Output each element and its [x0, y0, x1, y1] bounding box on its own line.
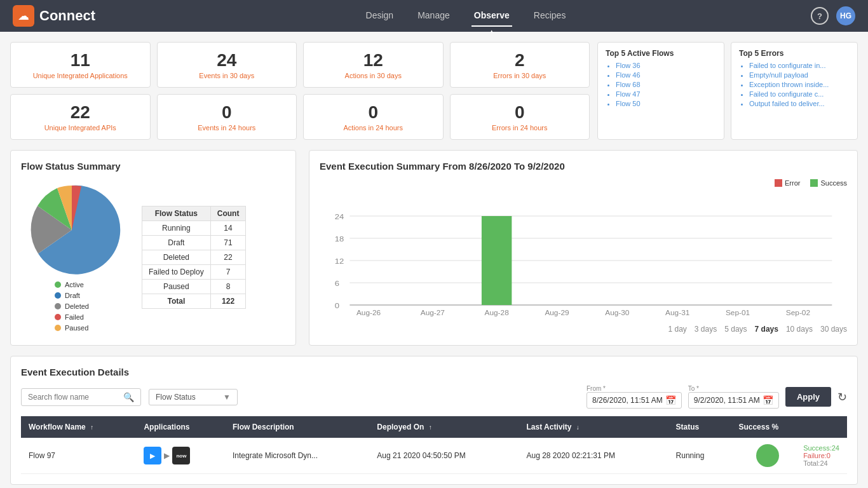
table-row: Running 14: [142, 220, 246, 235]
logo-area: ☁ Connect: [13, 5, 95, 27]
top5-active-item-3[interactable]: Flow 47: [616, 90, 716, 98]
to-date-input[interactable]: 9/2/2020, 11:51 AM 📅: [688, 392, 779, 409]
legend-success: Success: [810, 179, 847, 187]
cell-status: Running: [668, 438, 731, 474]
stat-events-24: 0 Events in 24 hours: [157, 94, 297, 140]
col-last-activity[interactable]: Last Activity ↓: [519, 416, 668, 438]
sort-arrow-last-activity: ↓: [576, 424, 580, 431]
app-arrow: ▶: [164, 451, 170, 460]
pie-content: Active Draft Deleted Failed: [21, 179, 285, 335]
filter-30days[interactable]: 30 days: [820, 325, 847, 334]
apply-button[interactable]: Apply: [785, 387, 831, 407]
table-row-total: Total 122: [142, 294, 246, 308]
svg-text:24: 24: [335, 213, 344, 221]
stat-unique-apps: 11 Unique Integrated Applications: [10, 42, 151, 88]
status-filter[interactable]: Flow Status ▼: [149, 389, 238, 405]
flow-status-table: Flow Status Count Running 14 Draft 71: [142, 206, 246, 309]
refresh-button[interactable]: ↻: [837, 390, 847, 404]
top5-panels: Top 5 Active Flows Flow 36 Flow 46 Flow …: [597, 42, 858, 140]
legend-paused: Paused: [55, 324, 89, 332]
svg-text:Aug-28: Aug-28: [485, 309, 509, 316]
col-flow-description[interactable]: Flow Description: [225, 416, 369, 438]
stat-unique-apis: 22 Unique Integrated APIs: [10, 94, 151, 140]
sort-arrow-workflow: ↑: [90, 424, 93, 431]
svg-text:0: 0: [335, 302, 340, 310]
filter-1day[interactable]: 1 day: [668, 325, 687, 334]
table-body: Flow 97 ▶ ▶ now Integrate Microsoft Dyn.…: [21, 438, 847, 474]
table-row: Paused 8: [142, 279, 246, 294]
from-calendar-icon[interactable]: 📅: [665, 395, 676, 405]
legend-deleted: Deleted: [55, 302, 89, 310]
col-deployed-on[interactable]: Deployed On ↑: [369, 416, 519, 438]
col-applications[interactable]: Applications: [136, 416, 225, 438]
logo-text: Connect: [39, 8, 95, 24]
nav-manage[interactable]: Manage: [415, 5, 452, 27]
top5-active-flows: Top 5 Active Flows Flow 36 Flow 46 Flow …: [597, 42, 724, 140]
legend-color-error: [775, 179, 782, 187]
table-row: Deleted 22: [142, 250, 246, 264]
main-content: 11 Unique Integrated Applications 24 Eve…: [0, 32, 868, 488]
data-table: Workflow Name ↑ Applications Flow Descri…: [21, 416, 847, 474]
stat-errors-30: 2 Errors in 30 days: [450, 42, 590, 88]
top5-errors-list: Failed to configurate in... Empty/null p…: [739, 62, 850, 107]
cell-applications: ▶ ▶ now: [136, 438, 225, 474]
time-filters: 1 day 3 days 5 days 7 days 10 days 30 da…: [320, 325, 847, 334]
top5-error-item-0[interactable]: Failed to configurate in...: [749, 62, 850, 69]
table-row: Failed to Deploy 7: [142, 264, 246, 279]
stat-cards-grid: 11 Unique Integrated Applications 24 Eve…: [10, 42, 590, 140]
main-nav: Design Manage Observe Recipes: [121, 5, 811, 27]
svg-text:12: 12: [335, 257, 344, 266]
legend-dot-failed: [55, 314, 61, 320]
cell-flow-description: Integrate Microsoft Dyn...: [225, 438, 369, 474]
search-input[interactable]: [28, 393, 123, 402]
top5-active-item-2[interactable]: Flow 68: [616, 81, 716, 88]
svg-text:Aug-26: Aug-26: [356, 309, 381, 316]
filter-3days[interactable]: 3 days: [695, 325, 717, 334]
top5-error-item-1[interactable]: Empty/null payload: [749, 71, 850, 79]
pie-chart: [21, 179, 123, 281]
search-box: 🔍: [21, 388, 141, 406]
bar-legend: Error Success: [320, 179, 847, 187]
cell-success-percent: Success:24 Failure:0 Total:24: [731, 438, 847, 474]
nav-recipes[interactable]: Recipes: [531, 5, 569, 27]
svg-rect-13: [482, 216, 512, 305]
date-range: From * 8/26/2020, 11:51 AM 📅 To * 9/2/20…: [587, 385, 847, 409]
top5-error-item-4[interactable]: Output failed to deliver...: [749, 100, 850, 107]
svg-text:Sep-02: Sep-02: [786, 309, 810, 316]
bar-section-title: Event Execution Summary From 8/26/2020 T…: [320, 161, 847, 172]
pie-section-title: Flow Status Summary: [21, 161, 285, 172]
top5-active-item-0[interactable]: Flow 36: [616, 62, 716, 69]
col-success-percent[interactable]: Success %: [731, 416, 847, 438]
col-status[interactable]: Status: [668, 416, 731, 438]
help-button[interactable]: ?: [811, 7, 829, 25]
legend-dot-deleted: [55, 303, 61, 309]
success-stats: Success:24 Failure:0 Total:24: [803, 444, 839, 467]
svg-text:Aug-29: Aug-29: [545, 309, 569, 316]
filter-10days[interactable]: 10 days: [786, 325, 813, 334]
cell-workflow-name: Flow 97: [21, 438, 136, 474]
top5-active-item-4[interactable]: Flow 50: [616, 100, 716, 107]
filter-7days[interactable]: 7 days: [755, 325, 778, 334]
bar-chart-area: 0 6 12 18 24: [320, 191, 847, 320]
bar-section: Event Execution Summary From 8/26/2020 T…: [309, 150, 858, 346]
legend-active: Active: [55, 281, 89, 288]
col-workflow-name[interactable]: Workflow Name ↑: [21, 416, 136, 438]
legend-color-success: [810, 179, 818, 187]
legend-dot-active: [55, 281, 61, 288]
success-circle: [756, 444, 779, 467]
from-date-input[interactable]: 8/26/2020, 11:51 AM 📅: [587, 392, 682, 409]
cell-last-activity: Aug 28 2020 02:21:31 PM: [519, 438, 668, 474]
avatar[interactable]: HG: [836, 6, 855, 25]
svg-text:Aug-27: Aug-27: [421, 309, 445, 316]
details-section-title: Event Execution Details: [21, 367, 847, 377]
filter-5days[interactable]: 5 days: [724, 325, 747, 334]
nav-design[interactable]: Design: [363, 5, 397, 27]
top5-error-item-3[interactable]: Failed to configurate c...: [749, 90, 850, 98]
svg-text:Sep-01: Sep-01: [726, 309, 750, 316]
col-count: Count: [210, 206, 246, 220]
top5-error-item-2[interactable]: Exception thrown inside...: [749, 81, 850, 88]
top5-active-item-1[interactable]: Flow 46: [616, 71, 716, 79]
top5-active-list: Flow 36 Flow 46 Flow 68 Flow 47 Flow 50: [606, 62, 716, 107]
nav-observe[interactable]: Observe: [471, 5, 512, 27]
to-calendar-icon[interactable]: 📅: [763, 395, 773, 405]
